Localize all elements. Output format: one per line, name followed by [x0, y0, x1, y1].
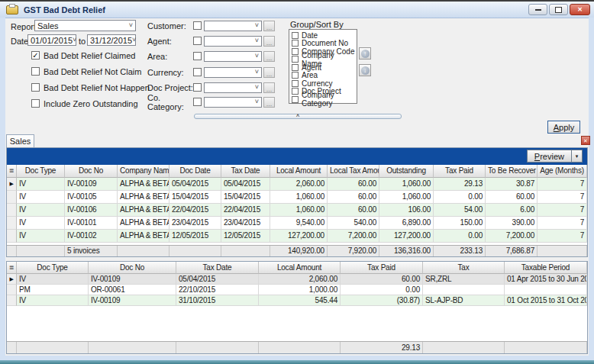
checkbox-unchecked[interactable] [292, 32, 299, 39]
cell[interactable]: SR,ZRL [423, 274, 505, 285]
cell[interactable]: 22/04/2015 [221, 204, 270, 217]
cell[interactable]: 7 [538, 204, 587, 217]
cell[interactable]: 7,200.00 [328, 230, 379, 243]
cell[interactable]: IV-00109 [65, 178, 118, 191]
maximize-button[interactable] [549, 4, 568, 15]
tab-close-button[interactable]: ✕ [581, 136, 590, 145]
checkbox-unchecked[interactable] [292, 80, 299, 87]
cell[interactable]: 31/10/2015 [176, 295, 259, 306]
group-item-date[interactable]: Date [292, 31, 357, 40]
col-header-to-be-recover[interactable]: To Be Recover [486, 165, 538, 178]
col-header-local-amount[interactable]: Local Amount [270, 165, 328, 178]
group-item-company-category[interactable]: Company Category [292, 95, 357, 104]
cell[interactable]: 15/04/2015 [169, 191, 221, 204]
cell[interactable]: 1,060.00 [270, 191, 328, 204]
customer-browse-button[interactable]: ... [263, 21, 275, 31]
cell[interactable]: 545.44 [259, 295, 341, 306]
doc-project-filter-checkbox[interactable] [193, 83, 202, 92]
cell[interactable]: IV-00106 [65, 204, 118, 217]
cell[interactable]: 7 [538, 191, 587, 204]
cell[interactable]: 390.00 [486, 217, 538, 230]
cell[interactable]: 05/04/2015 [176, 274, 259, 285]
cell[interactable]: 1,060.00 [270, 204, 328, 217]
co-category-filter-checkbox[interactable] [193, 98, 202, 106]
cell[interactable]: IV-00101 [65, 217, 118, 230]
doc-project-select[interactable]: ˅ [204, 82, 262, 93]
agent-filter-checkbox[interactable] [193, 37, 202, 45]
cell[interactable]: 05/04/2015 [221, 178, 270, 191]
checkbox-unchecked[interactable] [292, 64, 299, 71]
customer-select[interactable]: ˅ [204, 21, 262, 31]
cell[interactable]: IV [17, 204, 65, 217]
minimize-button[interactable] [528, 4, 547, 15]
cell[interactable]: 12/05/2015 [169, 230, 221, 243]
cell[interactable]: 60.00 [328, 178, 379, 191]
cell[interactable]: 1,000.00 [259, 285, 341, 295]
cell[interactable]: 7 [538, 217, 587, 230]
cell[interactable]: ALPHA & BETA C... [118, 191, 169, 204]
checkbox-unchecked[interactable] [292, 96, 299, 103]
cell[interactable]: IV [17, 230, 65, 243]
col-header-doc-no[interactable]: Doc No [89, 262, 176, 274]
cell[interactable]: 54.00 [434, 204, 486, 217]
cell[interactable]: 7 [538, 178, 587, 191]
cell[interactable]: 29.13 [434, 178, 486, 191]
cell[interactable]: IV [17, 274, 89, 285]
customer-filter-checkbox[interactable] [193, 21, 202, 30]
cell[interactable]: IV [17, 295, 89, 306]
cell[interactable]: 60.00 [486, 191, 538, 204]
cell[interactable]: ALPHA & BETA C... [118, 217, 169, 230]
collapse-splitter[interactable]: ˄ [194, 114, 402, 119]
checkbox-include-zero-outstanding[interactable]: Include Zero Outstanding [31, 98, 138, 108]
agent-select[interactable]: ˅ [204, 36, 262, 47]
currency-select[interactable]: ˅ [204, 67, 262, 78]
cell[interactable]: (30.87) [341, 295, 423, 306]
cell[interactable]: IV [17, 191, 65, 204]
col-header-taxable-period[interactable]: Taxable Period [505, 262, 587, 274]
checkbox-bad-debt-relief-claimed[interactable]: ✓ Bad Debt Relief Claimed [31, 50, 135, 60]
checkbox-unchecked[interactable] [292, 56, 299, 63]
column-chooser-icon[interactable]: ≣ [7, 165, 17, 178]
close-button[interactable]: ✕ [570, 4, 590, 15]
col-header-tax-paid[interactable]: Tax Paid [434, 165, 486, 178]
agent-browse-button[interactable]: ... [263, 36, 275, 47]
col-header-local-amount[interactable]: Local Amount [259, 262, 341, 274]
cell[interactable]: 15/04/2015 [221, 191, 270, 204]
cell[interactable]: IV-00109 [89, 274, 176, 285]
group-item-company-name[interactable]: Company Name [292, 56, 357, 64]
move-up-button[interactable]: ↑ [359, 47, 371, 60]
cell[interactable]: 0.00 [341, 285, 423, 295]
cell[interactable]: 1,060.00 [379, 191, 434, 204]
cell[interactable]: 60.00 [328, 204, 379, 217]
checkbox-unchecked[interactable] [31, 83, 40, 92]
cell[interactable]: 23/04/2015 [221, 217, 270, 230]
table-row[interactable]: ▶ IV IV-00109 ALPHA & BETA C... 05/04/20… [7, 178, 587, 191]
cell[interactable]: 22/04/2015 [169, 204, 221, 217]
col-header-doc-type[interactable]: Doc Type [17, 262, 89, 274]
table-row[interactable]: IV IV-00101 ALPHA & BETA C... 23/04/2015… [7, 217, 587, 230]
cell[interactable]: SL-AJP-BD [423, 295, 505, 306]
table-row[interactable]: IV IV-00109 31/10/2015 545.44 (30.87) SL… [7, 295, 587, 306]
cell[interactable]: 9,540.00 [270, 217, 328, 230]
col-header-doc-type[interactable]: Doc Type [17, 165, 65, 178]
group-item-area[interactable]: Area [292, 72, 357, 80]
cell[interactable]: 05/04/2015 [169, 178, 221, 191]
checkbox-unchecked[interactable] [31, 99, 40, 108]
date-from-select[interactable]: 01/01/2015 ˅ [27, 34, 76, 46]
area-filter-checkbox[interactable] [193, 52, 202, 60]
col-header-company-name[interactable]: Company Name [118, 165, 169, 178]
cell[interactable]: 150.00 [434, 217, 486, 230]
checkbox-unchecked[interactable] [292, 88, 299, 95]
cell[interactable]: 106.00 [379, 204, 434, 217]
table-row[interactable]: ▶ IV IV-00109 05/04/2015 2,060.00 60.00 … [7, 274, 587, 285]
col-header-tax[interactable]: Tax [423, 262, 505, 274]
col-header-doc-no[interactable]: Doc No [65, 165, 118, 178]
cell[interactable]: IV-00105 [65, 191, 118, 204]
cell[interactable]: 540.00 [328, 217, 379, 230]
currency-browse-button[interactable]: ... [263, 67, 275, 78]
cell[interactable]: 23/04/2015 [169, 217, 221, 230]
co-category-select[interactable]: ˅ [204, 97, 262, 108]
checkbox-unchecked[interactable] [31, 67, 40, 76]
preview-button[interactable]: Preview [527, 150, 572, 163]
col-header-tax-date[interactable]: Tax Date [221, 165, 270, 178]
